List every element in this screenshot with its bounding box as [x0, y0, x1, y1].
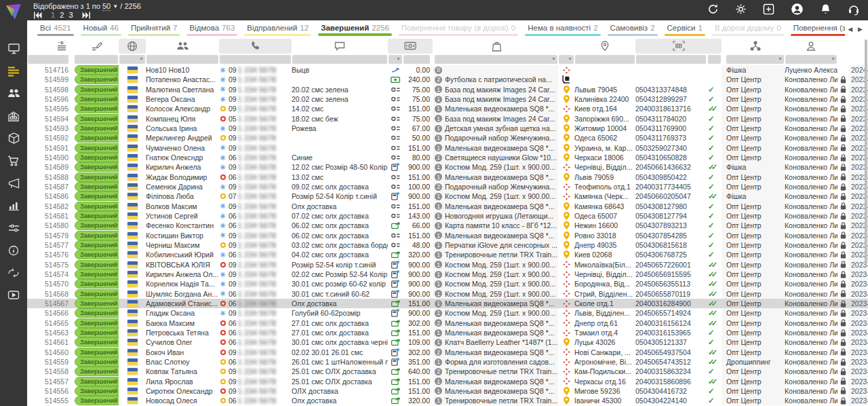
table-row[interactable]: 514557ЗавершенийЛила Ярослав091 234 5678…	[27, 377, 868, 386]
table-row[interactable]: 514560ЗавершенийБокоч Иван091 234 567802…	[27, 348, 868, 357]
tab-2[interactable]: Новый46	[77, 20, 125, 37]
column-header-delivery-type[interactable]	[558, 39, 574, 54]
filter-dropdown-icon[interactable]: ▼	[778, 56, 783, 61]
column-filter-input[interactable]: ▼	[559, 55, 574, 64]
support-headset-icon[interactable]	[848, 3, 860, 16]
dashboard-monitor-icon[interactable]	[0, 37, 27, 60]
column-filter-input[interactable]	[636, 55, 706, 64]
table-row[interactable]: 514587ЗавершенийСеменюк Дарина✳091 234 5…	[27, 182, 868, 191]
page-number-3[interactable]: 3	[67, 11, 74, 19]
purchases-cart-icon[interactable]	[0, 149, 27, 172]
column-filter-input[interactable]	[75, 55, 118, 64]
table-row[interactable]: 514598ЗавершенийМалютина Светлана✳091 23…	[27, 85, 868, 94]
orders-list-icon[interactable]	[0, 60, 27, 82]
table-row[interactable]: 514594ЗавершенийКомпанец Юля051 234 5678…	[27, 114, 868, 124]
column-filter-input[interactable]: ▼	[785, 55, 837, 64]
tab-10[interactable]: Сервіси1	[661, 20, 709, 37]
column-filter-input[interactable]	[708, 55, 721, 64]
table-row[interactable]: 514579ЗавершенийКостишин Виктор✳091 234 …	[27, 231, 868, 240]
column-header-products[interactable]	[433, 39, 558, 54]
table-row[interactable]: 514567ЗавершенийАдамовский Станис...061 …	[27, 299, 868, 308]
column-header-comment[interactable]	[292, 39, 388, 54]
statistics-chart-icon[interactable]	[0, 194, 27, 217]
table-row[interactable]: 514574ЗавершенийКирилич Анжела Ол...✳091…	[27, 270, 868, 279]
table-row[interactable]: 514590ЗавершенийГнатюк Олексндр✳061 234 …	[27, 153, 868, 162]
page-size-select[interactable]: 50	[102, 2, 111, 11]
app-logo[interactable]	[5, 3, 22, 21]
column-filter-input[interactable]: ▼	[726, 55, 784, 64]
filter-dropdown-icon[interactable]: ▼	[551, 56, 556, 61]
table-row[interactable]: 514586ЗавершенийФіліпова Люба071 234 567…	[27, 191, 868, 201]
table-row[interactable]: 514591ЗавершенийЧумаченко Олена✳091 234 …	[27, 143, 868, 153]
table-row[interactable]: 514593ЗавершенийСольська Ірина✳091 234 5…	[27, 124, 868, 133]
first-page-button[interactable]	[33, 12, 42, 19]
column-filter-input[interactable]: ▼	[389, 55, 402, 64]
table-row[interactable]: 514576ЗавершенийКобилинський Юрий✳061 23…	[27, 250, 868, 259]
column-header-manager[interactable]	[785, 39, 837, 54]
table-row[interactable]: 514561ЗавершенийСучилов Олег061 234 5678…	[27, 337, 868, 347]
campaigns-megaphone-icon[interactable]	[0, 172, 27, 194]
column-header-location[interactable]	[574, 39, 635, 54]
table-row[interactable]: 514577ЗавершенийЧерниш Максим091 234 567…	[27, 240, 868, 250]
tab-8[interactable]: Нема в наявності2	[521, 20, 604, 37]
company-structure-icon[interactable]	[0, 105, 27, 127]
tabs-scroll-left-icon[interactable]: ◀	[848, 26, 852, 33]
table-row[interactable]: 514581ЗавершенийУстинов Сергей✳061 234 5…	[27, 211, 868, 221]
tab-1[interactable]: Всі4521	[34, 20, 77, 37]
add-new-icon[interactable]	[763, 3, 774, 15]
table-row[interactable]: 514556ЗавершенийСиротюк Олександр091 234…	[27, 386, 868, 396]
table-row[interactable]: 514582ЗавершенийВолков Максим✳091 234 56…	[27, 202, 868, 211]
table-row[interactable]: 514570ЗавершенийКорнелюк Надія Та...✳091…	[27, 279, 868, 289]
column-filter-input[interactable]	[403, 55, 430, 64]
column-header-phone[interactable]	[219, 39, 292, 54]
page-number-1[interactable]: 1	[50, 11, 56, 19]
column-header-ttn[interactable]	[635, 39, 722, 54]
tab-4[interactable]: Відмова763	[183, 20, 241, 37]
column-filter-input[interactable]	[28, 55, 68, 64]
table-row[interactable]: 514568ЗавершенийШумляс Богдана Ан...✳061…	[27, 289, 868, 299]
table-row[interactable]: 514592ЗавершенийМерклингер Андрей091 234…	[27, 133, 868, 143]
column-header-country[interactable]	[119, 39, 146, 54]
column-header-customer[interactable]	[146, 39, 219, 54]
table-row[interactable]: 514716ЗавершенийНов10 Нов10✳091 234 5678…	[27, 65, 868, 75]
column-filter-input[interactable]	[146, 55, 218, 64]
tab-3[interactable]: Прийнятий7	[125, 20, 184, 37]
column-header-status[interactable]	[73, 39, 119, 54]
column-filter-input[interactable]	[575, 55, 635, 64]
tab-6[interactable]: Завершений2256	[315, 20, 395, 37]
tabs-scroll-right-icon[interactable]: ▶	[858, 26, 863, 33]
page-size-caret-icon[interactable]: ▼	[113, 3, 118, 10]
products-box-icon[interactable]	[0, 127, 27, 149]
user-avatar-icon[interactable]	[791, 3, 804, 16]
filter-dropdown-icon[interactable]: ▼	[396, 56, 401, 61]
settings-gear-icon[interactable]	[735, 3, 747, 15]
table-row[interactable]: 514575ЗавершенийКВІТОВСЬКА ЮЛІЯ091 234 5…	[27, 260, 868, 270]
column-filter-input[interactable]	[220, 55, 291, 64]
column-header-payment[interactable]	[388, 39, 433, 54]
table-row[interactable]: 514596ЗавершенийВегера Оксана✳091 234 56…	[27, 94, 868, 104]
table-row[interactable]: 514580ЗавершенийФесенко Константин✳061 2…	[27, 221, 868, 230]
info-icon[interactable]	[0, 239, 27, 261]
video-tutorials-icon[interactable]	[0, 284, 27, 306]
table-row[interactable]: 514563ЗавершенийПетровська Тетяна061 234…	[27, 328, 868, 337]
table-row[interactable]: 514566ЗавершенийГладик Оксана✳091 234 56…	[27, 308, 868, 318]
table-row[interactable]: 514559ЗавершенийВлас Слотюу061 234 56782…	[27, 357, 868, 367]
vertical-scrollbar[interactable]	[865, 39, 867, 263]
table-row[interactable]: 514588ЗавершенийЖидак Володимир061 234 5…	[27, 172, 868, 182]
page-number-2[interactable]: 2	[58, 11, 65, 19]
table-row[interactable]: 514589ЗавершенийКирилич Анжела✳091 234 5…	[27, 162, 868, 172]
tab-11[interactable]: В дорозі додому0	[709, 20, 787, 37]
last-page-button[interactable]	[82, 12, 91, 19]
contacts-icon[interactable]	[0, 82, 27, 105]
table-row[interactable]: 514555ЗавершенийНовосад Олеся061 234 567…	[27, 396, 868, 405]
refresh-icon[interactable]	[707, 3, 719, 15]
column-filter-input[interactable]: ▼	[435, 55, 557, 64]
table-row[interactable]: 514595ЗавершенийКолосок Александр091 234…	[27, 104, 868, 113]
filter-dropdown-icon[interactable]: ▼	[831, 56, 835, 61]
table-row[interactable]: 514558ЗавершенийКовпак Татьяна091 234 56…	[27, 367, 868, 376]
column-filter-input[interactable]: ▼	[119, 55, 145, 64]
tab-5[interactable]: Відправлений12	[241, 20, 315, 37]
column-header-sales-channel[interactable]	[722, 39, 785, 54]
notifications-bell-icon[interactable]	[820, 3, 831, 16]
tab-7[interactable]: Повернення товару (в дорозі)0	[395, 20, 521, 37]
